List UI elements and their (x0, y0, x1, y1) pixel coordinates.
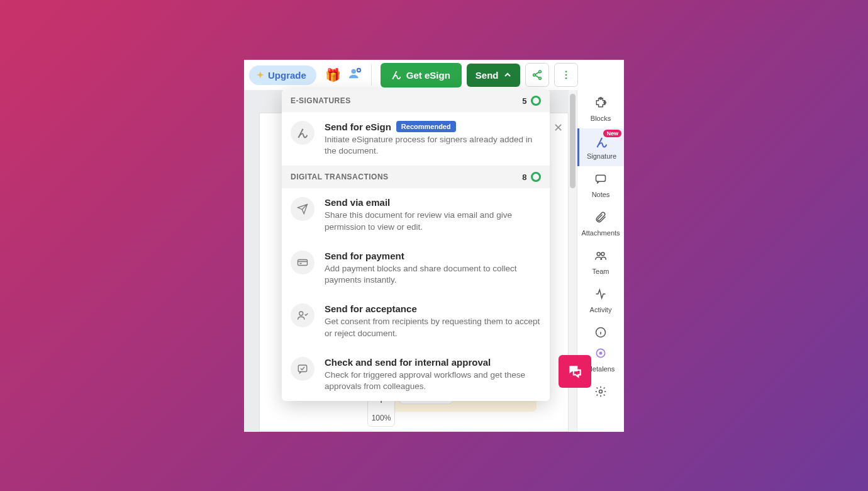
sidebar-signature-label: Signature (587, 152, 616, 160)
send-button[interactable]: Send (467, 64, 520, 87)
credits-badge: 8 (522, 172, 541, 182)
item-desc: Check for triggered approval workflows a… (325, 370, 541, 392)
chat-bubbles-icon (567, 363, 583, 380)
close-panel-icon[interactable]: ✕ (554, 121, 563, 135)
more-button[interactable] (554, 63, 578, 87)
gear-icon (594, 385, 607, 401)
sidebar-attachments-label: Attachments (581, 229, 620, 237)
sidebar-notes-label: Notes (592, 191, 610, 198)
svg-point-5 (565, 71, 567, 72)
activity-icon (594, 288, 607, 303)
app-window: ✦ Upgrade 🎁 ん Get eSign Send (244, 60, 624, 432)
signature-icon: ん (392, 69, 401, 81)
info-icon (594, 326, 607, 342)
svg-point-6 (565, 74, 567, 76)
dropdown-item-send-esign[interactable]: ん Send for eSign Recommended Initiate eS… (282, 112, 550, 166)
credits-value: 8 (522, 172, 527, 182)
get-esign-button[interactable]: ん Get eSign (381, 63, 462, 87)
item-desc: Add payment blocks and share document to… (325, 263, 541, 286)
approval-icon (291, 357, 314, 381)
dropdown-item-internal-approval[interactable]: Check and send for internal approval Che… (282, 348, 550, 401)
gift-icon[interactable]: 🎁 (325, 67, 341, 82)
item-body: Send for eSign Recommended Initiate eSig… (325, 121, 541, 157)
get-esign-label: Get eSign (406, 70, 450, 81)
svg-rect-18 (298, 259, 308, 265)
sidebar-item-signature[interactable]: New ん Signature (577, 128, 624, 166)
sidebar-item-blocks[interactable]: Blocks (577, 90, 624, 128)
svg-rect-20 (298, 365, 307, 372)
chat-fab[interactable] (559, 355, 591, 388)
item-title: Check and send for internal approval (325, 357, 491, 368)
new-badge: New (603, 130, 621, 137)
sidebar-item-info[interactable] (577, 320, 624, 346)
credit-ring-icon (531, 96, 541, 106)
zoom-value: 100% (372, 411, 391, 426)
send-label: Send (476, 70, 499, 81)
svg-point-17 (599, 390, 603, 393)
share-icon (531, 69, 543, 81)
item-desc: Initiate eSignature process for signers … (325, 134, 541, 157)
puzzle-icon (594, 96, 607, 112)
upgrade-label: Upgrade (268, 70, 306, 81)
upgrade-button[interactable]: ✦ Upgrade (249, 65, 316, 85)
dropdown-item-send-acceptance[interactable]: Send for acceptance Get consent from rec… (282, 295, 550, 347)
recommended-badge: Recommended (396, 121, 456, 132)
item-desc: Get consent from recipients by requestin… (325, 316, 541, 339)
section-title: E-SIGNATURES (291, 96, 351, 105)
toolbar-divider (371, 64, 372, 86)
item-title: Send for eSign (325, 121, 391, 132)
chevron-up-icon (504, 70, 511, 81)
item-title: Send via email (325, 197, 390, 208)
team-icon (594, 249, 607, 265)
svg-point-16 (599, 352, 603, 355)
svg-rect-11 (596, 175, 606, 181)
add-person-icon[interactable] (348, 67, 362, 84)
sidebar-blocks-label: Blocks (591, 115, 611, 122)
metalens-icon (594, 347, 607, 363)
item-desc: Share this document for review via email… (325, 210, 541, 232)
credits-badge: 5 (522, 96, 541, 106)
item-title: Send for acceptance (325, 303, 417, 314)
scrollbar-thumb[interactable] (570, 94, 576, 188)
sidebar-item-notes[interactable]: Notes (577, 166, 624, 205)
paper-plane-icon (291, 197, 314, 221)
item-body: Send for acceptance Get consent from rec… (325, 303, 541, 339)
sidebar-item-team[interactable]: Team (577, 243, 624, 281)
kebab-icon (560, 69, 572, 81)
dropdown-section-digital-transactions: DIGITAL TRANSACTIONS 8 (282, 166, 550, 188)
item-body: Check and send for internal approval Che… (325, 357, 541, 392)
signature-icon: ん (291, 121, 314, 145)
svg-point-19 (299, 312, 303, 315)
paperclip-icon (594, 211, 607, 227)
send-dropdown: E-SIGNATURES 5 ん Send for eSign Recommen… (282, 89, 550, 401)
person-check-icon (291, 303, 314, 327)
chat-icon (594, 172, 607, 188)
person-plus-svg (348, 67, 362, 81)
section-title: DIGITAL TRANSACTIONS (291, 172, 389, 181)
svg-point-7 (565, 77, 567, 79)
credits-value: 5 (522, 96, 527, 106)
svg-point-0 (351, 69, 355, 73)
sidebar-activity-label: Activity (590, 306, 612, 313)
share-button[interactable] (525, 63, 549, 87)
item-body: Send for payment Add payment blocks and … (325, 251, 541, 286)
dropdown-section-esignatures: E-SIGNATURES 5 (282, 89, 550, 112)
sidebar-item-activity[interactable]: Activity (577, 281, 624, 320)
sidebar-item-attachments[interactable]: Attachments (577, 205, 624, 243)
item-body: Send via email Share this document for r… (325, 197, 541, 232)
dropdown-item-send-payment[interactable]: Send for payment Add payment blocks and … (282, 242, 550, 295)
credit-ring-icon (531, 172, 541, 182)
svg-point-13 (601, 252, 604, 256)
toolbar: ✦ Upgrade 🎁 ん Get eSign Send (244, 60, 624, 90)
card-icon (291, 251, 314, 274)
sidebar-team-label: Team (593, 268, 609, 275)
sparkle-icon: ✦ (257, 70, 264, 80)
item-title: Send for payment (325, 251, 404, 261)
svg-point-12 (597, 252, 600, 256)
dropdown-item-send-email[interactable]: Send via email Share this document for r… (282, 188, 550, 241)
